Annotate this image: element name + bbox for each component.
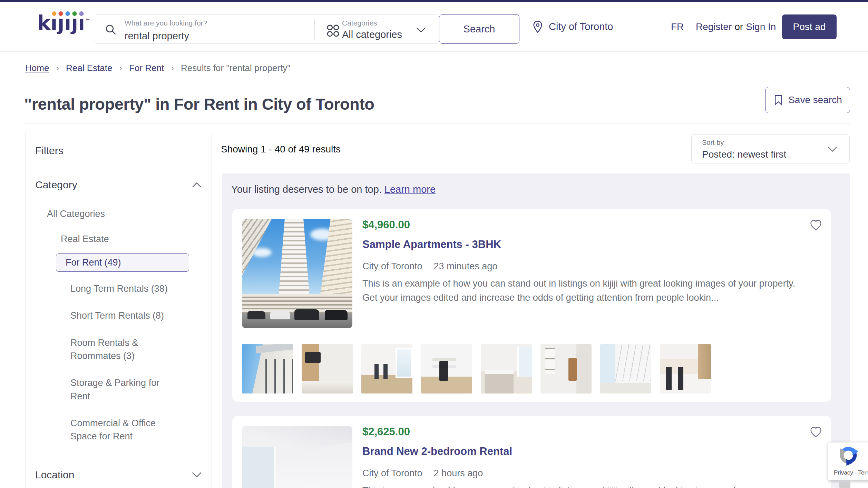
listing-price: $4,960.00 <box>362 219 410 231</box>
language-toggle-fr[interactable]: FR <box>671 2 684 51</box>
listing-card[interactable]: $2,625.00 Brand New 2-bedroom Rental Cit… <box>232 416 832 488</box>
recaptcha-tab <box>839 482 850 488</box>
auth-or-text: or <box>734 21 743 32</box>
header-location[interactable]: City of Toronto <box>531 2 613 51</box>
search-icon <box>105 23 117 36</box>
recaptcha-icon <box>837 444 859 466</box>
sidebar-item-long-term-rentals[interactable]: Long Term Rentals (38) <box>70 282 177 295</box>
listing-photo[interactable] <box>242 219 352 328</box>
categories-dropdown[interactable]: Categories All categories <box>342 19 402 40</box>
logo-dot <box>79 11 84 16</box>
post-ad-button[interactable]: Post ad <box>782 14 837 39</box>
logo-letter: ȷ <box>57 12 64 34</box>
thumbnail-balcony[interactable] <box>242 344 293 394</box>
sort-label: Sort by <box>702 139 724 147</box>
sidebar-item-commercial-office[interactable]: Commercial & Office Space for Rent <box>70 417 177 443</box>
thumbnail-hallway-frames[interactable] <box>540 344 592 394</box>
save-search-button[interactable]: Save search <box>765 87 850 113</box>
meta-divider <box>428 468 428 479</box>
listing-meta: City of Toronto 23 minutes ago <box>362 261 497 272</box>
logo-letter: k <box>37 12 51 34</box>
top-ads-section: Your listing deserves to be on top.Learn… <box>222 173 850 488</box>
kijiji-search-results-page: { "header": { "logo": {"text": "kijiji",… <box>0 0 868 488</box>
learn-more-link[interactable]: Learn more <box>384 184 436 195</box>
favorite-heart-icon[interactable] <box>809 426 822 439</box>
listing-description: This is an example of how you can stand … <box>362 277 800 305</box>
breadcrumb: Home › Real Estate › For Rent › Results … <box>25 63 291 73</box>
listing-title[interactable]: Sample Apartments - 3BHK <box>362 238 501 251</box>
location-section-header[interactable]: Location <box>35 469 202 481</box>
listing-meta: City of Toronto 2 hours ago <box>362 468 483 479</box>
listing-location: City of Toronto <box>362 468 422 479</box>
sidebar-item-storage-parking[interactable]: Storage & Parking for Rent <box>70 376 177 403</box>
logo-letter: ı <box>78 12 85 34</box>
breadcrumb-real-estate[interactable]: Real Estate <box>66 63 112 73</box>
recaptcha-privacy-terms[interactable]: Privacy - Term <box>834 469 868 476</box>
sidebar-item-real-estate[interactable]: Real Estate <box>61 234 202 245</box>
kijiji-logo[interactable]: kıȷıȷı™ <box>37 12 90 34</box>
thumbnail-marble-windows[interactable] <box>600 344 651 394</box>
breadcrumb-separator: › <box>56 63 59 73</box>
save-search-label: Save search <box>788 94 842 106</box>
thumbnail-kitchen-bar-stools[interactable] <box>361 344 412 394</box>
chevron-down-icon <box>827 146 838 152</box>
listing-card[interactable]: $4,960.00 Sample Apartments - 3BHK City … <box>232 209 832 402</box>
category-section: Category All Categories Real Estate For … <box>26 167 212 443</box>
search-bar: What are you looking for? Categories All… <box>94 14 439 44</box>
categories-label: Categories <box>342 19 402 27</box>
title-divider <box>24 123 850 123</box>
sidebar-item-all-categories[interactable]: All Categories <box>47 209 202 219</box>
logo-dot <box>66 11 70 16</box>
search-button[interactable]: Search <box>439 14 519 44</box>
listing-description: This is an example of how you can stand … <box>362 484 800 488</box>
bookmark-icon <box>773 94 783 106</box>
breadcrumb-separator: › <box>171 63 174 73</box>
location-section-label: Location <box>35 469 74 481</box>
sign-in-link[interactable]: Sign In <box>746 21 776 32</box>
breadcrumb-separator: › <box>119 63 122 73</box>
search-divider <box>314 19 315 40</box>
search-input[interactable] <box>125 30 276 42</box>
logo-dot <box>52 11 56 16</box>
category-section-label: Category <box>35 179 77 191</box>
logo-dot <box>72 11 77 16</box>
auth-links: Register or Sign In <box>696 2 776 51</box>
promo-banner: Your listing deserves to be on top.Learn… <box>231 184 436 195</box>
results-count: Showing 1 - 40 of 49 results <box>221 144 341 155</box>
sidebar-item-short-term-rentals[interactable]: Short Term Rentals (8) <box>70 309 177 322</box>
sidebar-item-for-rent-selected[interactable]: For Rent (49) <box>56 253 189 272</box>
breadcrumb-home[interactable]: Home <box>25 63 49 73</box>
thumbnail-kitchen-microwave[interactable] <box>302 344 353 394</box>
card-divider <box>241 338 822 338</box>
thumbnail-breakfast-bar[interactable] <box>660 344 711 394</box>
breadcrumb-for-rent[interactable]: For Rent <box>129 63 164 73</box>
listing-thumbnails <box>242 344 711 394</box>
chevron-down-icon[interactable] <box>416 27 426 33</box>
register-link[interactable]: Register <box>696 21 732 32</box>
categories-value: All categories <box>342 30 402 40</box>
listing-title[interactable]: Brand New 2-bedroom Rental <box>362 445 512 458</box>
sidebar-item-room-rentals-roommates[interactable]: Room Rentals & Roommates (3) <box>70 336 177 363</box>
thumbnail-home-office[interactable] <box>421 344 472 394</box>
chevron-up-icon <box>192 182 202 188</box>
logo-dot <box>59 11 63 16</box>
listing-photo[interactable] <box>242 426 352 488</box>
listing-posted-time: 2 hours ago <box>434 468 483 479</box>
recaptcha-badge[interactable]: Privacy - Term <box>828 442 868 480</box>
logo-letter: ı <box>64 12 71 34</box>
category-section-header[interactable]: Category <box>35 179 202 191</box>
search-placeholder-label: What are you looking for? <box>125 19 276 27</box>
categories-grid-icon <box>326 24 340 38</box>
filters-title: Filters <box>26 133 212 167</box>
location-section: Location City of Toronto <box>26 457 212 488</box>
breadcrumb-current: Results for "rental property" <box>181 63 291 73</box>
sort-dropdown[interactable]: Sort by Posted: newest first <box>691 134 850 163</box>
logo-trademark: ™ <box>86 18 90 23</box>
site-header: kıȷıȷı™ What are you looking for? Catego… <box>0 2 868 52</box>
favorite-heart-icon[interactable] <box>809 219 822 232</box>
sort-value: Posted: newest first <box>702 149 786 160</box>
page-title: "rental property" in For Rent in City of… <box>24 94 374 113</box>
header-location-label: City of Toronto <box>549 21 613 32</box>
thumbnail-kitchen-island[interactable] <box>481 344 532 394</box>
category-list: All Categories Real Estate For Rent (49)… <box>35 209 202 443</box>
